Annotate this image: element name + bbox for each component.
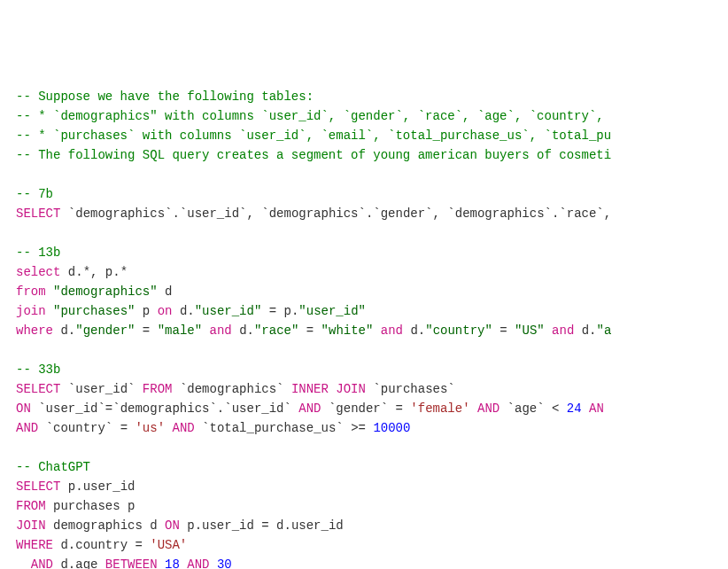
token-op: = <box>261 518 268 533</box>
token-ident: `demographics`.`race` <box>447 207 603 221</box>
code-line: -- Suppose we have the following tables: <box>16 87 719 106</box>
token-ident: p. <box>105 265 120 279</box>
token-keyword: JOIN <box>16 518 46 533</box>
token-sp <box>16 557 31 569</box>
token-keyword: AND <box>298 401 321 416</box>
token-string: "race" <box>254 323 298 338</box>
token-sp <box>344 421 351 435</box>
token-sp <box>210 557 217 569</box>
token-sp <box>276 304 283 318</box>
code-line: select d.*, p.* <box>16 262 719 282</box>
token-keyword: join <box>16 304 46 318</box>
code-line: from "demographics" d <box>16 282 719 301</box>
token-op: , <box>90 265 105 279</box>
token-sp <box>388 401 395 416</box>
token-ident: d. <box>180 304 195 318</box>
token-keyword: FROM <box>16 499 46 513</box>
code-line: SELECT `user_id` FROM `demographics` INN… <box>16 379 719 399</box>
token-sp <box>284 382 291 396</box>
token-sp <box>545 323 552 338</box>
token-op: = <box>500 323 507 338</box>
token-sp <box>492 323 500 338</box>
token-sp <box>46 518 53 533</box>
token-ident: `demographics` <box>180 382 284 396</box>
token-sp <box>97 557 105 569</box>
token-op: >= <box>351 421 366 435</box>
token-op: , <box>604 207 619 221</box>
token-keyword: AND <box>16 421 38 435</box>
token-sp <box>261 304 268 318</box>
token-string: "demographics" <box>53 284 158 299</box>
token-number: 24 <box>567 401 582 416</box>
token-sp <box>135 304 142 318</box>
token-string: "purchases" <box>53 304 135 318</box>
token-op: = <box>120 421 128 435</box>
token-sp <box>574 323 581 338</box>
token-sp <box>373 323 380 338</box>
token-string-single: 'us' <box>135 421 165 435</box>
token-ident: `demographics`.`user_id` <box>112 401 291 416</box>
code-line: ON `user_id`=`demographics`.`user_id` AN… <box>16 399 719 418</box>
token-sp <box>158 518 165 533</box>
token-sp <box>60 479 67 494</box>
token-string: "country" <box>425 323 492 338</box>
token-op: = <box>143 323 150 338</box>
token-string: "gender" <box>75 323 135 338</box>
token-sp <box>321 401 329 416</box>
token-sp <box>314 323 321 338</box>
token-sp <box>135 323 142 338</box>
token-sp <box>470 401 477 416</box>
token-keyword: SELECT <box>16 207 60 221</box>
token-sp <box>269 518 276 533</box>
token-keyword: and <box>381 323 403 338</box>
token-number: 18 <box>165 557 180 569</box>
token-ident: p <box>143 304 150 318</box>
token-ident: p. <box>284 304 299 318</box>
token-op: = <box>105 401 112 416</box>
token-sp <box>507 323 515 338</box>
code-block: -- Suppose we have the following tables:… <box>16 87 719 569</box>
token-keyword: WHERE <box>16 538 53 552</box>
comment-text: -- ChatGPT <box>16 460 90 474</box>
code-line: join "purchases" p on d."user_id" = p."u… <box>16 301 719 321</box>
token-sp <box>60 265 67 279</box>
token-ident: demographics d <box>53 518 158 533</box>
token-string-single: 'female' <box>410 401 469 416</box>
token-ident: `demographics`.`gender` <box>261 207 432 221</box>
token-string: "male" <box>158 323 202 338</box>
token-keyword: SELECT <box>16 382 60 396</box>
token-op: * <box>83 265 90 279</box>
token-sp <box>232 323 239 338</box>
code-line <box>16 438 719 457</box>
token-keyword: and <box>210 323 232 338</box>
code-line <box>16 223 719 243</box>
code-line: AND d.age BETWEEN 18 AND 30 <box>16 555 719 569</box>
token-string: "US" <box>515 323 545 338</box>
token-sp <box>143 538 150 552</box>
token-ident: `gender` <box>329 401 388 416</box>
token-ident: p.user_id <box>68 479 136 494</box>
comment-text: -- Suppose we have the following tables: <box>16 90 314 104</box>
code-line <box>16 340 719 360</box>
token-ident: `user_id` <box>68 382 136 396</box>
token-sp <box>559 401 566 416</box>
code-line: -- 33b <box>16 360 719 379</box>
token-sp <box>202 323 209 338</box>
comment-text: -- 33b <box>16 362 60 377</box>
token-sp <box>500 401 507 416</box>
token-ident: `user_id` <box>38 401 105 416</box>
token-ident: d <box>165 284 172 299</box>
token-sp <box>150 323 157 338</box>
token-keyword: INNER JOIN <box>291 382 366 396</box>
token-keyword: ON <box>165 518 180 533</box>
token-sp <box>46 304 53 318</box>
token-sp <box>60 207 67 221</box>
token-sp <box>582 401 589 416</box>
token-sp <box>180 518 187 533</box>
token-keyword: BETWEEN <box>105 557 158 569</box>
token-ident: `purchases` <box>373 382 454 396</box>
token-sp <box>60 382 67 396</box>
comment-text: -- 7b <box>16 187 53 201</box>
token-keyword: AND <box>187 557 209 569</box>
token-ident: `total_purchase_us` <box>202 421 344 435</box>
